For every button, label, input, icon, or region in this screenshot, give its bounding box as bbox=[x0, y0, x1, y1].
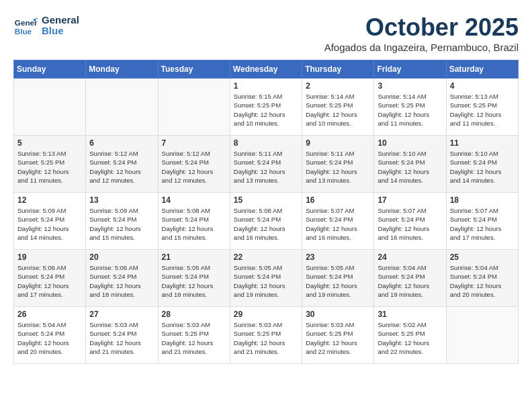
calendar-cell: 21Sunrise: 5:05 AM Sunset: 5:24 PM Dayli… bbox=[158, 250, 230, 307]
calendar-cell bbox=[158, 79, 230, 136]
day-number: 14 bbox=[162, 195, 226, 205]
col-header-saturday: Saturday bbox=[446, 60, 518, 79]
logo-line2: Blue bbox=[42, 26, 79, 37]
day-number: 27 bbox=[89, 310, 154, 319]
cell-info: Sunrise: 5:06 AM Sunset: 5:24 PM Dayligh… bbox=[17, 263, 82, 299]
cell-info: Sunrise: 5:12 AM Sunset: 5:24 PM Dayligh… bbox=[162, 149, 226, 185]
calendar-cell: 6Sunrise: 5:12 AM Sunset: 5:24 PM Daylig… bbox=[86, 136, 158, 193]
cell-info: Sunrise: 5:07 AM Sunset: 5:24 PM Dayligh… bbox=[450, 206, 515, 242]
calendar-cell: 3Sunrise: 5:14 AM Sunset: 5:25 PM Daylig… bbox=[374, 79, 446, 136]
cell-info: Sunrise: 5:03 AM Sunset: 5:25 PM Dayligh… bbox=[306, 320, 370, 356]
calendar-cell: 7Sunrise: 5:12 AM Sunset: 5:24 PM Daylig… bbox=[158, 136, 230, 193]
calendar-cell: 11Sunrise: 5:10 AM Sunset: 5:24 PM Dayli… bbox=[446, 136, 518, 193]
calendar-cell: 4Sunrise: 5:13 AM Sunset: 5:25 PM Daylig… bbox=[446, 79, 518, 136]
cell-info: Sunrise: 5:15 AM Sunset: 5:25 PM Dayligh… bbox=[234, 92, 298, 128]
cell-info: Sunrise: 5:02 AM Sunset: 5:25 PM Dayligh… bbox=[378, 320, 442, 356]
cell-info: Sunrise: 5:12 AM Sunset: 5:24 PM Dayligh… bbox=[89, 149, 154, 185]
page-header: General Blue General Blue October 2025 A… bbox=[13, 13, 519, 53]
day-number: 23 bbox=[306, 253, 370, 262]
cell-info: Sunrise: 5:11 AM Sunset: 5:24 PM Dayligh… bbox=[306, 149, 370, 185]
cell-info: Sunrise: 5:07 AM Sunset: 5:24 PM Dayligh… bbox=[378, 206, 442, 242]
calendar-cell: 25Sunrise: 5:04 AM Sunset: 5:24 PM Dayli… bbox=[446, 250, 518, 307]
calendar-cell: 15Sunrise: 5:08 AM Sunset: 5:24 PM Dayli… bbox=[230, 193, 302, 250]
calendar-cell: 30Sunrise: 5:03 AM Sunset: 5:25 PM Dayli… bbox=[302, 307, 374, 364]
cell-info: Sunrise: 5:05 AM Sunset: 5:24 PM Dayligh… bbox=[234, 263, 298, 299]
cell-info: Sunrise: 5:08 AM Sunset: 5:24 PM Dayligh… bbox=[162, 206, 226, 242]
cell-info: Sunrise: 5:13 AM Sunset: 5:25 PM Dayligh… bbox=[450, 92, 515, 128]
calendar-cell: 26Sunrise: 5:04 AM Sunset: 5:24 PM Dayli… bbox=[14, 307, 86, 364]
logo-icon: General Blue bbox=[13, 13, 38, 38]
col-header-wednesday: Wednesday bbox=[230, 60, 302, 79]
calendar-cell: 5Sunrise: 5:13 AM Sunset: 5:25 PM Daylig… bbox=[14, 136, 86, 193]
cell-info: Sunrise: 5:09 AM Sunset: 5:24 PM Dayligh… bbox=[17, 206, 82, 242]
day-number: 17 bbox=[378, 195, 442, 205]
col-header-thursday: Thursday bbox=[302, 60, 374, 79]
day-number: 8 bbox=[234, 138, 298, 148]
day-number: 3 bbox=[378, 81, 442, 91]
day-number: 22 bbox=[234, 253, 298, 262]
day-number: 15 bbox=[234, 195, 298, 205]
day-number: 4 bbox=[450, 81, 515, 91]
calendar-cell: 10Sunrise: 5:10 AM Sunset: 5:24 PM Dayli… bbox=[374, 136, 446, 193]
week-row-4: 19Sunrise: 5:06 AM Sunset: 5:24 PM Dayli… bbox=[14, 250, 519, 307]
calendar-cell: 14Sunrise: 5:08 AM Sunset: 5:24 PM Dayli… bbox=[158, 193, 230, 250]
calendar-cell: 19Sunrise: 5:06 AM Sunset: 5:24 PM Dayli… bbox=[14, 250, 86, 307]
calendar-cell: 18Sunrise: 5:07 AM Sunset: 5:24 PM Dayli… bbox=[446, 193, 518, 250]
day-number: 10 bbox=[378, 138, 442, 148]
day-number: 18 bbox=[450, 195, 515, 205]
day-number: 31 bbox=[378, 310, 442, 319]
calendar-cell: 31Sunrise: 5:02 AM Sunset: 5:25 PM Dayli… bbox=[374, 307, 446, 364]
day-number: 12 bbox=[17, 195, 82, 205]
svg-text:Blue: Blue bbox=[15, 27, 32, 36]
cell-info: Sunrise: 5:09 AM Sunset: 5:24 PM Dayligh… bbox=[89, 206, 154, 242]
calendar-header: SundayMondayTuesdayWednesdayThursdayFrid… bbox=[14, 60, 519, 79]
month-title: October 2025 bbox=[324, 13, 519, 42]
day-number: 5 bbox=[17, 138, 82, 148]
calendar-cell: 23Sunrise: 5:05 AM Sunset: 5:24 PM Dayli… bbox=[302, 250, 374, 307]
calendar-cell: 24Sunrise: 5:04 AM Sunset: 5:24 PM Dayli… bbox=[374, 250, 446, 307]
day-number: 20 bbox=[89, 253, 154, 262]
cell-info: Sunrise: 5:07 AM Sunset: 5:24 PM Dayligh… bbox=[306, 206, 370, 242]
logo-line1: General bbox=[42, 15, 79, 26]
cell-info: Sunrise: 5:11 AM Sunset: 5:24 PM Dayligh… bbox=[234, 149, 298, 185]
week-row-1: 1Sunrise: 5:15 AM Sunset: 5:25 PM Daylig… bbox=[14, 79, 519, 136]
week-row-3: 12Sunrise: 5:09 AM Sunset: 5:24 PM Dayli… bbox=[14, 193, 519, 250]
day-number: 29 bbox=[234, 310, 298, 319]
col-header-tuesday: Tuesday bbox=[158, 60, 230, 79]
cell-info: Sunrise: 5:14 AM Sunset: 5:25 PM Dayligh… bbox=[306, 92, 370, 128]
calendar-cell: 28Sunrise: 5:03 AM Sunset: 5:25 PM Dayli… bbox=[158, 307, 230, 364]
calendar-cell: 27Sunrise: 5:03 AM Sunset: 5:24 PM Dayli… bbox=[86, 307, 158, 364]
calendar-cell: 2Sunrise: 5:14 AM Sunset: 5:25 PM Daylig… bbox=[302, 79, 374, 136]
calendar-cell bbox=[86, 79, 158, 136]
calendar-cell: 8Sunrise: 5:11 AM Sunset: 5:24 PM Daylig… bbox=[230, 136, 302, 193]
day-number: 9 bbox=[306, 138, 370, 148]
day-number: 16 bbox=[306, 195, 370, 205]
cell-info: Sunrise: 5:04 AM Sunset: 5:24 PM Dayligh… bbox=[450, 263, 515, 299]
cell-info: Sunrise: 5:05 AM Sunset: 5:24 PM Dayligh… bbox=[306, 263, 370, 299]
col-header-monday: Monday bbox=[86, 60, 158, 79]
cell-info: Sunrise: 5:03 AM Sunset: 5:24 PM Dayligh… bbox=[89, 320, 154, 356]
calendar-cell: 13Sunrise: 5:09 AM Sunset: 5:24 PM Dayli… bbox=[86, 193, 158, 250]
cell-info: Sunrise: 5:03 AM Sunset: 5:25 PM Dayligh… bbox=[162, 320, 226, 356]
day-number: 7 bbox=[162, 138, 226, 148]
day-number: 13 bbox=[89, 195, 154, 205]
day-number: 30 bbox=[306, 310, 370, 319]
cell-info: Sunrise: 5:10 AM Sunset: 5:24 PM Dayligh… bbox=[450, 149, 515, 185]
calendar-cell: 9Sunrise: 5:11 AM Sunset: 5:24 PM Daylig… bbox=[302, 136, 374, 193]
day-number: 2 bbox=[306, 81, 370, 91]
cell-info: Sunrise: 5:04 AM Sunset: 5:24 PM Dayligh… bbox=[378, 263, 442, 299]
cell-info: Sunrise: 5:03 AM Sunset: 5:25 PM Dayligh… bbox=[234, 320, 298, 356]
day-number: 19 bbox=[17, 253, 82, 262]
cell-info: Sunrise: 5:08 AM Sunset: 5:24 PM Dayligh… bbox=[234, 206, 298, 242]
title-block: October 2025 Afogados da Ingazeira, Pern… bbox=[324, 13, 519, 53]
location-subtitle: Afogados da Ingazeira, Pernambuco, Brazi… bbox=[324, 42, 519, 53]
day-number: 24 bbox=[378, 253, 442, 262]
col-header-sunday: Sunday bbox=[14, 60, 86, 79]
calendar-cell: 16Sunrise: 5:07 AM Sunset: 5:24 PM Dayli… bbox=[302, 193, 374, 250]
day-number: 11 bbox=[450, 138, 515, 148]
logo: General Blue General Blue bbox=[13, 13, 79, 38]
day-number: 25 bbox=[450, 253, 515, 262]
day-number: 6 bbox=[89, 138, 154, 148]
cell-info: Sunrise: 5:05 AM Sunset: 5:24 PM Dayligh… bbox=[162, 263, 226, 299]
calendar-cell bbox=[14, 79, 86, 136]
